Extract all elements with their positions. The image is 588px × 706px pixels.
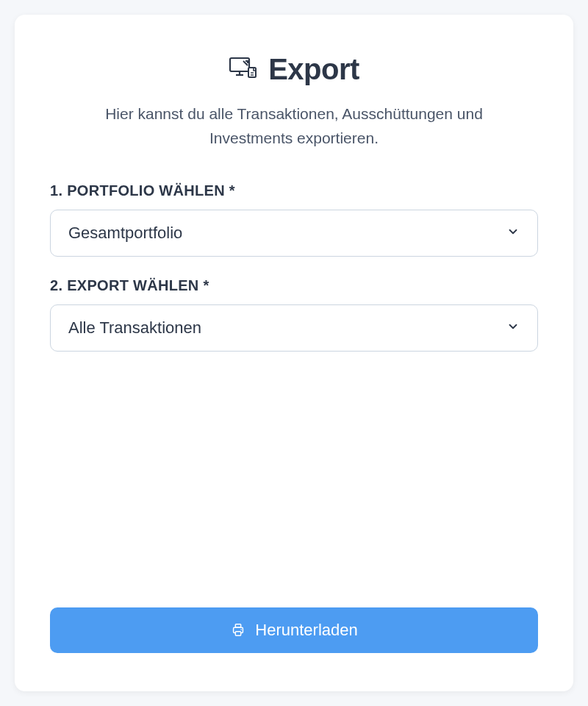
download-button[interactable]: Herunterladen [50, 607, 538, 653]
portfolio-field-label: 1. PORTFOLIO WÄHLEN * [50, 182, 538, 199]
export-field: 2. EXPORT WÄHLEN * Alle Transaktionen [50, 277, 538, 352]
export-field-label: 2. EXPORT WÄHLEN * [50, 277, 538, 294]
export-icon [229, 55, 258, 85]
page-subtitle: Hier kannst du alle Transaktionen, Aussc… [50, 102, 538, 150]
export-card: Export Hier kannst du alle Transaktionen… [15, 15, 573, 691]
download-button-label: Herunterladen [255, 621, 357, 640]
svg-rect-8 [236, 631, 241, 635]
svg-point-9 [241, 629, 243, 630]
page-title: Export [268, 53, 359, 86]
portfolio-field: 1. PORTFOLIO WÄHLEN * Gesamtportfolio [50, 182, 538, 257]
chevron-down-icon [506, 225, 520, 241]
chevron-down-icon [506, 320, 520, 336]
download-icon [230, 621, 246, 640]
portfolio-select[interactable]: Gesamtportfolio [50, 210, 538, 257]
portfolio-select-value: Gesamtportfolio [68, 224, 182, 243]
svg-rect-7 [236, 624, 241, 627]
card-header: Export [50, 53, 538, 86]
spacer [50, 372, 538, 607]
export-select-value: Alle Transaktionen [68, 318, 201, 338]
export-select[interactable]: Alle Transaktionen [50, 304, 538, 352]
